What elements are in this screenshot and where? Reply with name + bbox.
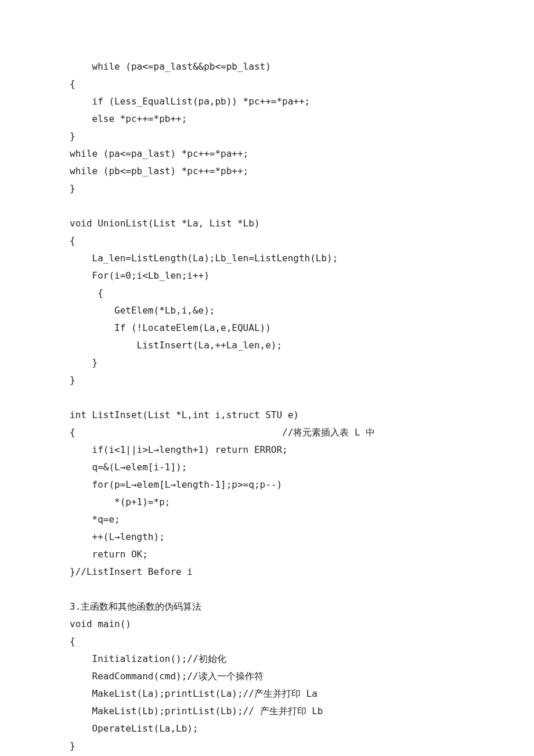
code-line: { [70,75,464,93]
code-line: } [70,180,464,197]
code-line: { //将元素插入表 L 中 [70,424,464,441]
code-line: { [70,285,464,302]
code-line: int ListInset(List *L,int i,struct STU e… [70,406,464,424]
code-line: MakeList(La);printList(La);//产生并打印 La [70,685,464,703]
blank-line [70,197,464,215]
code-line: while (pa<=pa_last) *pc++=*pa++; [70,145,464,163]
code-line: else *pc++=*pb++; [70,110,464,128]
code-line: { [70,633,464,650]
code-line: q=&(L→elem[i-1]); [70,459,464,476]
code-line: } [70,354,464,372]
code-line: Initialization();//初始化 [70,650,464,668]
code-line: } [70,372,464,389]
code-line: GetElem(*Lb,i,&e); [70,302,464,319]
section-heading: 3.主函数和其他函数的伪码算法 [70,598,464,615]
document-page: while (pa<=pa_last&&pb<=pb_last) { if (L… [0,0,534,756]
code-line: void UnionList(List *La, List *Lb) [70,215,464,232]
code-line: *q=e; [70,511,464,528]
code-line: if (Less_EqualList(pa,pb)) *pc++=*pa++; [70,93,464,110]
code-line: ListInsert(La,++La_len,e); [70,337,464,354]
code-line: ReadCommand(cmd);//读入一个操作符 [70,668,464,685]
code-line: if(i<1||i>L→length+1) return ERROR; [70,441,464,459]
code-line: ++(L→length); [70,528,464,546]
code-line: OperateList(La,Lb); [70,720,464,737]
blank-line [70,389,464,406]
code-line: MakeList(Lb);printList(Lb);// 产生并打印 Lb [70,703,464,720]
code-line: { [70,232,464,250]
code-line: while (pa<=pa_last&&pb<=pb_last) [70,58,464,75]
code-line: La_len=ListLength(La);Lb_len=ListLength(… [70,250,464,267]
code-line: while (pb<=pb_last) *pc++=*pb++; [70,163,464,180]
code-line: For(i=0;i<Lb_len;i++) [70,267,464,285]
code-line: void main() [70,615,464,633]
blank-line [70,581,464,598]
code-line: }//ListInsert Before i [70,563,464,581]
code-line: *(p+1)=*p; [70,494,464,511]
code-line: } [70,128,464,145]
code-line: return OK; [70,546,464,563]
code-line: If (!LocateElem(La,e,EQUAL)) [70,319,464,337]
code-line: } [70,737,464,755]
code-line: for(p=L→elem[L→length-1];p>=q;p--) [70,476,464,494]
